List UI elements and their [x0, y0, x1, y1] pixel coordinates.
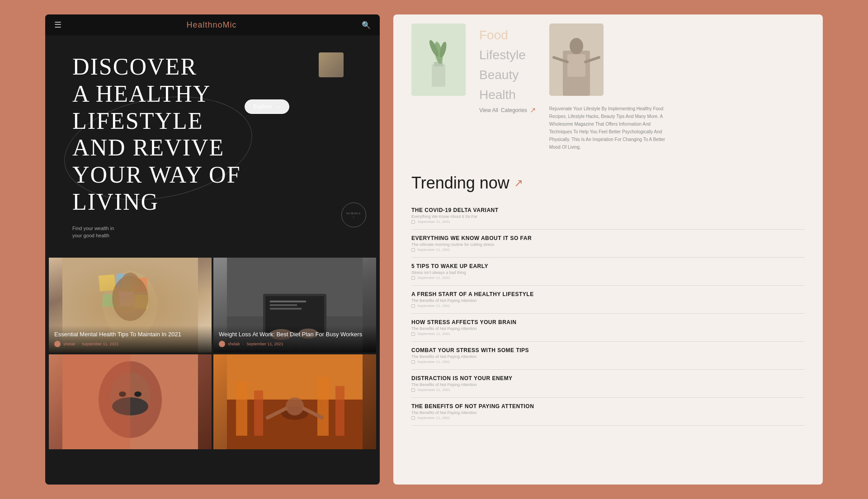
hero-subtitle: Find your wealth in your good health: [72, 225, 344, 240]
trending-section: Trending now ↗ THE COVID-19 DELTA VARIAN…: [411, 174, 805, 426]
date-text-7: September 11, 2021: [417, 416, 450, 420]
trending-item-0[interactable]: THE COVID-19 DELTA VARIANT Everything We…: [411, 202, 805, 230]
category-right-area: Rejuvenate Your Lifestyle By Implementin…: [549, 24, 805, 151]
logo-part1: Healthno: [186, 20, 222, 29]
svg-rect-16: [270, 308, 302, 310]
trending-item-6-date: September 11, 2021: [411, 388, 805, 392]
card-2-author: shelab: [228, 342, 240, 346]
trending-item-7[interactable]: THE BENEFITS OF NOT PAYING ATTENTION The…: [411, 398, 805, 426]
categories-section: Food Lifestyle Beauty Health View All Ca…: [411, 24, 805, 160]
card-2-date-sep: ·: [243, 342, 244, 346]
blog-card-1[interactable]: Essential Mental Health Tips To Maintain…: [49, 258, 212, 353]
page-wrapper: ☰ HealthnoMic 🔍 DISCOVER A HEALTHY LIFES…: [45, 14, 823, 485]
trend-icon: ↗: [514, 177, 523, 189]
date-icon-4: [411, 332, 415, 336]
author-dot-2: [219, 341, 225, 347]
svg-point-44: [570, 38, 583, 54]
svg-rect-31: [335, 386, 344, 436]
trending-item-5-date: September 11, 2021: [411, 360, 805, 364]
card-1-title: Essential Mental Health Tips To Maintain…: [54, 331, 206, 339]
trending-item-2-title: 5 TIPS TO WAKE UP EARLY: [411, 263, 805, 269]
svg-rect-14: [270, 301, 306, 302]
trending-item-3-title: A FRESH START OF A HEALTHY LIFESTYLE: [411, 291, 805, 297]
trending-title: Trending now: [411, 174, 509, 193]
category-names: Food Lifestyle Beauty Health: [479, 24, 536, 102]
trending-item-2-sub: Stress isn't always a bad thing: [411, 270, 805, 275]
trending-item-7-date: September 11, 2021: [411, 416, 805, 420]
trending-item-4-date: September 11, 2021: [411, 332, 805, 336]
category-food[interactable]: Food: [479, 28, 536, 42]
svg-rect-4: [132, 278, 147, 292]
blog-card-2[interactable]: Weight Loss At Work: Best Diet Plan For …: [213, 258, 376, 353]
trending-item-0-sub: Everything We Know About It So Far: [411, 214, 805, 219]
hero-line2: A HEALTHY LIFESTYLE: [72, 80, 344, 135]
svg-rect-45: [567, 54, 585, 77]
trending-item-5-sub: The Benefits of Not Paying Attention: [411, 354, 805, 359]
menu-icon[interactable]: ☰: [54, 20, 61, 30]
trending-item-0-title: THE COVID-19 DELTA VARIANT: [411, 207, 805, 213]
trending-item-4[interactable]: HOW STRESS AFFECTS YOUR BRAIN The Benefi…: [411, 314, 805, 342]
badge-text: SCROLL↓: [346, 212, 361, 219]
card-2-title: Weight Loss At Work: Best Diet Plan For …: [219, 331, 371, 339]
card-2-meta: shelab · September 11, 2021: [219, 341, 371, 347]
date-icon-7: [411, 416, 415, 420]
card-2-date: September 11, 2021: [246, 342, 283, 346]
rotating-badge: SCROLL↓: [341, 202, 366, 227]
date-icon: [411, 220, 415, 224]
arrow-icon: ↗: [530, 106, 536, 114]
svg-rect-5: [102, 294, 116, 307]
card-1-author: shelab: [63, 342, 75, 346]
date-icon-5: [411, 360, 415, 364]
trending-item-6-title: DISTRACTION IS NOT YOUR ENEMY: [411, 375, 805, 381]
svg-rect-6: [119, 291, 135, 306]
date-icon-3: [411, 304, 415, 308]
right-panel: Food Lifestyle Beauty Health View All Ca…: [393, 14, 823, 485]
trending-item-5[interactable]: COMBAT YOUR STRESS WITH SOME TIPS The Be…: [411, 342, 805, 370]
view-all-sub: Categories: [501, 107, 527, 113]
hero-line4: YOUR WAY OF: [72, 161, 344, 188]
hero-subtitle-line2: your good health: [72, 232, 344, 240]
trending-list: THE COVID-19 DELTA VARIANT Everything We…: [411, 202, 805, 426]
site-logo[interactable]: HealthnoMic: [186, 20, 236, 30]
svg-point-9: [121, 273, 139, 292]
trending-item-4-sub: The Benefits of Not Paying Attention: [411, 326, 805, 331]
svg-rect-29: [254, 391, 263, 436]
svg-point-33: [286, 397, 304, 415]
trending-item-6-sub: The Benefits of Not Paying Attention: [411, 382, 805, 387]
trending-item-4-title: HOW STRESS AFFECTS YOUR BRAIN: [411, 319, 805, 325]
category-health[interactable]: Health: [479, 88, 536, 102]
svg-rect-15: [270, 304, 297, 306]
view-all-label: View All: [479, 107, 498, 113]
trending-item-2-date: September 11, 2021: [411, 276, 805, 280]
author-dot: [54, 341, 61, 347]
trending-item-2[interactable]: 5 TIPS TO WAKE UP EARLY Stress isn't alw…: [411, 258, 805, 286]
hero-subtitle-line1: Find your wealth in: [72, 225, 344, 232]
category-beauty[interactable]: Beauty: [479, 68, 536, 82]
date-icon-1: [411, 248, 415, 252]
svg-rect-3: [116, 273, 130, 288]
trending-item-6[interactable]: DISTRACTION IS NOT YOUR ENEMY The Benefi…: [411, 370, 805, 398]
card-1-meta: shelab · September 11, 2021: [54, 341, 206, 347]
trending-item-1[interactable]: EVERYTHING WE KNOW ABOUT IT SO FAR The u…: [411, 230, 805, 258]
svg-point-24: [134, 391, 142, 397]
svg-rect-2: [99, 274, 116, 292]
blog-card-3[interactable]: [49, 354, 212, 449]
hero-section: DISCOVER A HEALTHY LIFESTYLE AND REVIVE …: [45, 35, 380, 258]
category-lifestyle[interactable]: Lifestyle: [479, 48, 536, 62]
date-text-4: September 11, 2021: [417, 332, 450, 336]
trending-item-1-date: September 11, 2021: [411, 248, 805, 252]
date-text-3: September 11, 2021: [417, 304, 450, 308]
date-text-2: September 11, 2021: [417, 276, 450, 280]
category-names-wrapper: Food Lifestyle Beauty Health View All Ca…: [479, 24, 536, 114]
explore-button[interactable]: Explore: [245, 99, 289, 114]
hero-line1: DISCOVER: [72, 53, 344, 80]
trending-item-7-title: THE BENEFITS OF NOT PAYING ATTENTION: [411, 403, 805, 410]
trending-item-3[interactable]: A FRESH START OF A HEALTHY LIFESTYLE The…: [411, 286, 805, 314]
trending-item-5-title: COMBAT YOUR STRESS WITH SOME TIPS: [411, 347, 805, 353]
blog-card-4[interactable]: [213, 354, 376, 449]
trending-item-1-sub: The ultimate morning routine for cutting…: [411, 242, 805, 247]
view-all-link[interactable]: View All Categories ↗: [479, 102, 536, 114]
category-image-right: [549, 24, 604, 96]
search-icon[interactable]: 🔍: [362, 21, 371, 29]
card-2-overlay: Weight Loss At Work: Best Diet Plan For …: [213, 325, 376, 353]
